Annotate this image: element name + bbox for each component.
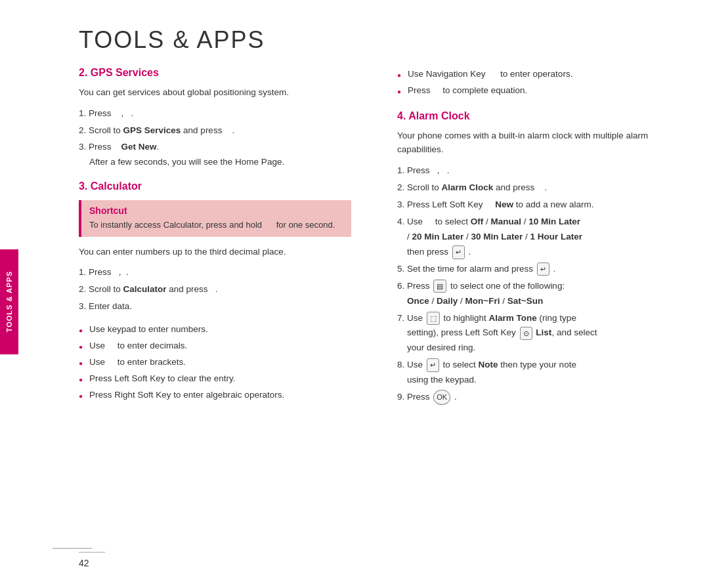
gps-steps: 1. Press , . 2. Scroll to GPS Services a…: [79, 106, 351, 171]
alarm-step-2: 2. Scroll to Alarm Clock and press .: [397, 180, 670, 196]
calc-step-3: 3. Enter data.: [79, 299, 351, 314]
calculator-intro: You can enter numbers up to the third de…: [79, 245, 351, 259]
nav-bullet-1: Use Navigation Key to enter operators.: [397, 67, 670, 82]
alarm-intro: Your phone comes with a built-in alarm c…: [397, 129, 670, 157]
calc-bullet-4: Press Left Soft Key to clear the entry.: [79, 371, 351, 387]
calc-bullet-3: Use to enter brackets.: [79, 355, 351, 370]
alarm-section: 4. Alarm Clock Your phone comes with a b…: [397, 110, 670, 405]
ok-key-5: ↵: [537, 262, 549, 276]
right-column: Use Navigation Key to enter operators. P…: [391, 67, 670, 588]
alarm-step-5: 5. Set the time for alarm and press ↵ .: [397, 262, 670, 277]
gps-step-3: 3. Press Get New. After a few seconds, y…: [79, 140, 351, 170]
alarm-heading: 4. Alarm Clock: [397, 110, 670, 122]
page-divider: [53, 548, 92, 549]
gps-heading: 2. GPS Services: [79, 67, 351, 79]
alarm-step-9: 9. Press OK .: [397, 390, 670, 405]
shortcut-box: Shortcut To instantly access Calculator,…: [79, 200, 351, 237]
page-title: TOOLS & APPS: [0, 0, 709, 67]
gps-step-2: 2. Scroll to GPS Services and press .: [79, 123, 351, 138]
side-tab-label: TOOLS & APPS: [5, 271, 13, 332]
page-container: TOOLS & APPS TOOLS & APPS 2. GPS Service…: [0, 0, 709, 588]
calculator-section: 3. Calculator Shortcut To instantly acce…: [79, 180, 351, 403]
nav-key-7: ⬚: [427, 312, 440, 326]
list-key: ⊙: [520, 327, 532, 341]
nav-key: ▤: [433, 280, 446, 293]
alarm-step-1: 1. Press , .: [397, 163, 670, 178]
calculator-heading: 3. Calculator: [79, 180, 351, 192]
alarm-step-8: 8. Use ↵ to select Note then type your n…: [397, 358, 670, 388]
calc-step-1: 1. Press , .: [79, 265, 351, 280]
page-number: 42: [79, 552, 105, 568]
alarm-steps: 1. Press , . 2. Scroll to Alarm Clock an…: [397, 163, 670, 405]
calculator-steps: 1. Press , . 2. Scroll to Calculator and…: [79, 265, 351, 314]
nav-key-8: ↵: [427, 358, 439, 372]
side-tab: TOOLS & APPS: [0, 249, 18, 354]
calc-bullet-5: Press Right Soft Key to enter algebraic …: [79, 388, 351, 403]
nav-bullets: Use Navigation Key to enter operators. P…: [397, 67, 670, 98]
content-area: 2. GPS Services You can get services abo…: [0, 67, 709, 588]
gps-intro: You can get services about global positi…: [79, 85, 351, 100]
gps-step-1: 1. Press , .: [79, 106, 351, 121]
nav-bullet-2: Press to complete equation.: [397, 83, 670, 98]
gps-step-3-sub: After a few seconds, you will see the Ho…: [79, 157, 284, 167]
alarm-step-7: 7. Use ⬚ to highlight Alarm Tone (ring t…: [397, 311, 670, 356]
ok-key-9: OK: [433, 390, 450, 405]
enter-key: ↵: [452, 245, 465, 259]
calculator-bullets: Use keypad to enter numbers. Use to ente…: [79, 322, 351, 403]
gps-section: 2. GPS Services You can get services abo…: [79, 67, 351, 170]
left-column: 2. GPS Services You can get services abo…: [79, 67, 364, 588]
calc-step-2: 2. Scroll to Calculator and press .: [79, 282, 351, 297]
alarm-step-3: 3. Press Left Soft Key New to add a new …: [397, 198, 670, 213]
shortcut-title: Shortcut: [89, 205, 343, 216]
alarm-step-6: 6. Press ▤ to select one of the followin…: [397, 279, 670, 309]
calc-bullet-1: Use keypad to enter numbers.: [79, 322, 351, 337]
calc-bullet-2: Use to enter decimals.: [79, 339, 351, 354]
alarm-step-4: 4. Use to select Off / Manual / 10 Min L…: [397, 215, 670, 260]
shortcut-text: To instantly access Calculator, press an…: [89, 219, 343, 232]
